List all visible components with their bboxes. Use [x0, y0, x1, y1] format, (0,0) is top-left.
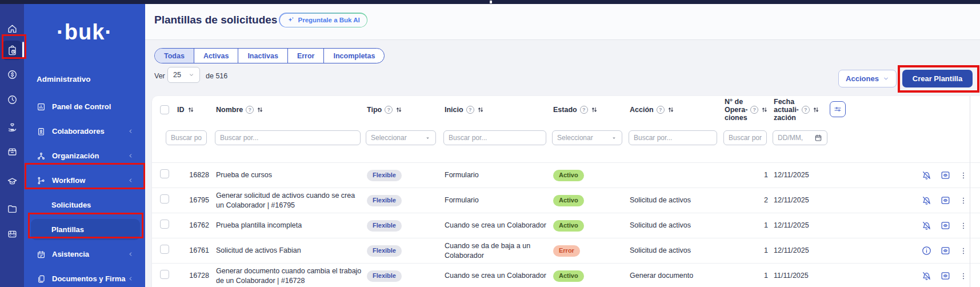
window-top-tick [490, 1, 492, 3]
sort-icon[interactable] [667, 106, 674, 113]
column-header-label: N° de Opera- ciones [725, 98, 747, 122]
rail-item-home[interactable] [2, 19, 22, 38]
row-checkbox[interactable] [160, 220, 169, 229]
row-menu-icon[interactable] [959, 196, 968, 205]
preview-icon[interactable] [940, 270, 951, 281]
estado-badge: Activo [553, 270, 584, 282]
sort-icon[interactable] [395, 106, 402, 113]
row-menu-icon[interactable] [959, 221, 968, 230]
table-row: 16761 Solicitud de activos Fabian Flexib… [152, 238, 980, 263]
cell-nombre: Prueba plantilla incompleta [216, 221, 362, 230]
chevron-left-icon [127, 153, 134, 159]
filter-inicio-input[interactable] [443, 130, 546, 145]
cell-inicio: Cuando se crea un Colaborador [445, 221, 547, 230]
help-icon[interactable]: ? [466, 106, 474, 114]
column-header-label: Fecha actuali- zación [774, 98, 799, 122]
tab-incompletas[interactable]: Incompletas [323, 49, 384, 63]
sidebar-item-solicitudes[interactable]: Solicitudes [24, 193, 145, 217]
filter-tipo-select[interactable]: Seleccionar [366, 130, 436, 145]
sort-icon[interactable] [257, 106, 263, 113]
estado-badge: Activo [553, 195, 584, 206]
help-icon[interactable]: ? [385, 106, 393, 114]
help-icon[interactable]: ? [580, 106, 588, 114]
row-menu-icon[interactable] [959, 171, 968, 180]
column-header-fecha-actuali-zacion: Fecha actuali- zación? [774, 98, 829, 122]
column-header-label: Inicio [445, 106, 463, 114]
filter-id-input[interactable] [166, 130, 207, 145]
filter-accion-input[interactable] [629, 130, 717, 145]
cell-estado: Activo [553, 170, 624, 181]
rail-item-clock[interactable] [2, 90, 22, 109]
tab-todas[interactable]: Todas [155, 49, 194, 63]
row-actions [829, 245, 968, 256]
rail-item-printer[interactable] [2, 224, 22, 244]
notifications-off-icon[interactable] [921, 270, 932, 281]
rail-item-box[interactable] [2, 142, 22, 161]
filter-n-operaciones-input[interactable] [723, 130, 767, 145]
tipo-badge: Flexible [367, 245, 402, 257]
cell-tipo: Flexible [367, 170, 438, 181]
rail-item-hand-heart[interactable] [2, 117, 22, 137]
rail-item-folder[interactable] [2, 199, 22, 218]
row-menu-icon[interactable] [959, 272, 968, 281]
chevron-left-icon [127, 276, 134, 282]
notifications-off-icon[interactable] [921, 170, 932, 181]
sort-icon[interactable] [187, 106, 194, 113]
tipo-badge: Flexible [367, 270, 402, 282]
select-all-checkbox[interactable] [160, 105, 169, 114]
sidebar-item-panel-de-control[interactable]: Panel de Control [24, 94, 145, 119]
cell-nombre: Prueba de cursos [216, 170, 362, 180]
tab-error[interactable]: Error [287, 49, 324, 63]
row-menu-icon[interactable] [959, 246, 968, 256]
tab-inactivas[interactable]: Inactivas [238, 49, 287, 63]
preview-icon[interactable] [940, 220, 951, 231]
notifications-off-icon[interactable] [921, 220, 932, 231]
preview-icon[interactable] [940, 170, 951, 181]
icon-rail [0, 4, 24, 287]
help-icon[interactable]: ? [657, 106, 665, 114]
sidebar-item-documentos-y-firma[interactable]: Documentos y Firma [24, 266, 145, 287]
help-icon[interactable]: ? [246, 106, 254, 114]
column-settings-button[interactable] [830, 101, 846, 117]
ask-buk-ai-button[interactable]: Preguntale a Buk AI [279, 13, 367, 27]
workflow-branch-icon [37, 176, 46, 185]
cell-tipo: Flexible [367, 220, 438, 232]
preview-icon[interactable] [940, 245, 951, 256]
info-icon[interactable] [921, 245, 932, 256]
sort-icon[interactable] [761, 106, 768, 113]
sidebar-item-organizacion[interactable]: Organización [24, 144, 145, 168]
filter-nombre-input[interactable] [215, 130, 361, 145]
acciones-button[interactable]: Acciones [838, 70, 897, 87]
row-checkbox[interactable] [160, 245, 169, 254]
preview-icon[interactable] [940, 195, 951, 206]
row-checkbox[interactable] [160, 169, 169, 178]
estado-badge: Error [553, 245, 580, 257]
sidebar-item-colaboradores[interactable]: Colaboradores [24, 119, 145, 144]
help-icon[interactable]: ? [750, 106, 758, 114]
row-checkbox[interactable] [160, 194, 169, 204]
per-page-select[interactable]: 25 [167, 67, 200, 83]
id-badge-icon [37, 127, 46, 136]
filter-estado-select[interactable]: Seleccionar [552, 130, 622, 145]
sidebar-item-workflow[interactable]: Workflow [24, 168, 145, 193]
rail-item-graduation-cap[interactable] [2, 172, 22, 191]
cell-nombre: Generar documento cuando cambia el traba… [216, 266, 362, 285]
sort-icon[interactable] [813, 106, 819, 113]
sidebar-item-plantillas[interactable]: Plantillas [24, 217, 145, 242]
table-row: 16795 Generar solicitud de activos cuand… [152, 188, 980, 213]
sort-icon[interactable] [477, 106, 484, 113]
column-header-label: Nombre [216, 106, 243, 114]
row-checkbox[interactable] [160, 270, 169, 279]
crear-plantilla-button[interactable]: Crear Plantilla [902, 70, 973, 87]
sort-icon[interactable] [591, 106, 598, 113]
tab-activas[interactable]: Activas [194, 49, 238, 63]
rail-item-clipboard-clock[interactable] [2, 41, 22, 60]
cell-tipo: Flexible [367, 195, 438, 206]
per-page-value: 25 [173, 71, 181, 79]
help-icon[interactable]: ? [802, 106, 810, 114]
cell-n-operaciones: 2 [725, 196, 768, 205]
filter-fecha-input[interactable]: DD/MM, [773, 130, 827, 145]
sidebar-item-asistencia[interactable]: Asistencia [24, 242, 145, 266]
rail-item-coin[interactable] [2, 65, 22, 84]
notifications-off-icon[interactable] [921, 195, 932, 206]
